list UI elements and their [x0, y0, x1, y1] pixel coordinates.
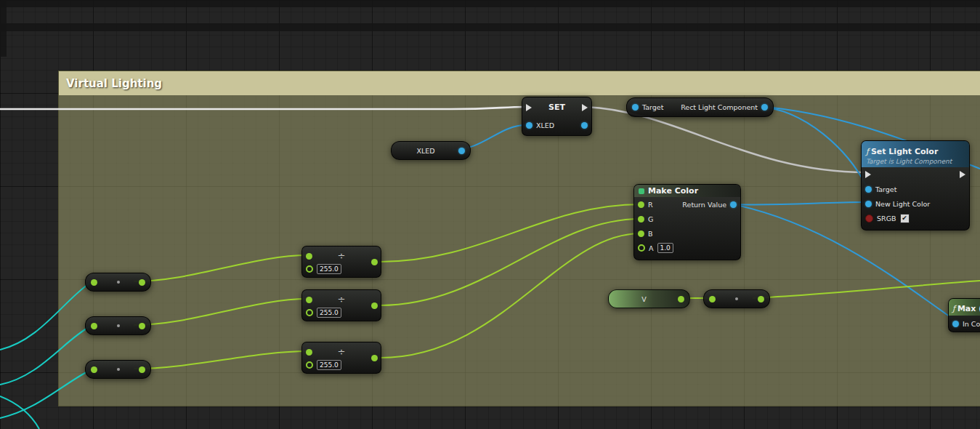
slc-srgb-pin[interactable]	[865, 214, 873, 222]
mc-r-pin[interactable]	[638, 201, 644, 208]
mc-b-label: B	[648, 230, 653, 238]
node-set-xled[interactable]: SET XLED	[522, 97, 592, 136]
reroute1-out-pin[interactable]	[139, 279, 145, 286]
function-icon: ƒ	[952, 304, 955, 313]
comment-virtual-lighting[interactable]: Virtual Lighting	[58, 71, 980, 406]
slc-newlightcolor-label: New Light Color	[875, 200, 930, 208]
reroute3-in-pin[interactable]	[91, 366, 97, 373]
slc-target-row: Target	[862, 182, 969, 196]
divide2-output-pin[interactable]	[371, 302, 378, 309]
divide3-a-pin[interactable]	[306, 349, 312, 356]
xled-getter-label: XLED	[397, 147, 455, 155]
max-title: Max (	[957, 304, 980, 313]
node-divide-1[interactable]: ÷ 255.0	[301, 246, 381, 278]
mc-a-value-field[interactable]: 1.0	[657, 243, 673, 253]
node-divide-3[interactable]: ÷ 255.0	[301, 342, 381, 374]
set-pin-row: XLED	[522, 117, 591, 134]
divide2-b-field[interactable]: 255.0	[317, 308, 341, 318]
slc-target-label: Target	[875, 185, 896, 193]
reroute4-out-pin[interactable]	[758, 296, 764, 302]
mc-b-pin[interactable]	[638, 230, 644, 237]
divide2-b-pin[interactable]	[306, 309, 313, 316]
set-title: SET	[535, 103, 578, 112]
slc-color-row: New Light Color	[862, 196, 969, 211]
node-reroute-2[interactable]	[85, 316, 151, 335]
slc-srgb-label: SRGB	[877, 214, 896, 222]
reroute-dot-icon	[117, 368, 120, 371]
slc-srgb-row: SRGB ✔	[862, 211, 969, 230]
divide3-b-field[interactable]: 255.0	[317, 360, 341, 370]
divide1-b-row: 255.0	[302, 262, 381, 276]
divide1-a-row: ÷	[302, 249, 381, 262]
srgb-checkbox[interactable]: ✔	[900, 214, 910, 223]
mc-a-row: A 1.0	[634, 241, 740, 260]
node-rect-light-component[interactable]: Target Rect Light Component	[626, 97, 774, 117]
makecolor-title: Make Color	[648, 186, 698, 196]
v-getter-output-pin[interactable]	[678, 296, 684, 302]
divide2-a-pin[interactable]	[306, 297, 312, 303]
divide3-a-row: ÷	[302, 345, 381, 358]
reroute3-out-pin[interactable]	[139, 366, 145, 373]
node-make-color[interactable]: Make Color R Return Value G B A 1.0	[633, 184, 741, 260]
reroute2-out-pin[interactable]	[139, 323, 145, 329]
reroute-dot-icon	[117, 281, 120, 284]
reroute4-in-pin[interactable]	[709, 296, 716, 302]
max-header[interactable]: ƒMax (	[949, 299, 980, 316]
node-set-light-color[interactable]: ƒSet Light Color Target is Light Compone…	[861, 140, 970, 230]
upper-dark-band	[0, 23, 980, 31]
divide3-output-pin[interactable]	[371, 355, 378, 361]
node-reroute-4[interactable]	[703, 289, 770, 308]
top-dark-band	[0, 0, 980, 7]
reroute2-in-pin[interactable]	[91, 323, 97, 329]
set-xled-input-pin[interactable]	[526, 122, 532, 129]
set-xled-output-pin[interactable]	[581, 122, 588, 129]
slc-target-pin[interactable]	[865, 186, 872, 193]
exec-in-icon[interactable]	[526, 104, 532, 111]
reroute-dot-icon	[735, 297, 738, 300]
left-dark-band	[0, 0, 7, 57]
rectlight-output-pin[interactable]	[761, 104, 768, 111]
node-v-getter[interactable]: V	[608, 289, 690, 308]
mc-b-row: B	[634, 226, 740, 241]
mc-g-pin[interactable]	[638, 216, 644, 222]
node-divide-2[interactable]: ÷ 255.0	[301, 289, 381, 321]
node-xled-getter[interactable]: XLED	[391, 141, 471, 160]
struct-icon	[639, 188, 644, 194]
wire-corner-stub[interactable]	[0, 396, 39, 429]
mc-r-label: R	[648, 201, 653, 209]
rectlight-target-input-pin[interactable]	[632, 104, 639, 111]
divide3-b-pin[interactable]	[306, 361, 313, 369]
mc-a-pin[interactable]	[638, 244, 645, 252]
xled-getter-output-pin[interactable]	[458, 148, 465, 154]
reroute-dot-icon	[117, 324, 120, 327]
set-xled-label: XLED	[536, 121, 554, 129]
makecolor-header[interactable]: Make Color	[634, 185, 740, 197]
divide1-b-field[interactable]: 255.0	[317, 264, 341, 274]
comment-header[interactable]: Virtual Lighting	[59, 71, 980, 95]
node-max[interactable]: ƒMax ( In Co	[948, 298, 980, 332]
mc-return-pin[interactable]	[730, 201, 737, 208]
divide1-a-pin[interactable]	[306, 253, 312, 260]
comment-title: Virtual Lighting	[66, 77, 162, 90]
max-pin-row: In Co	[949, 316, 980, 332]
set-title-row: SET	[522, 97, 591, 117]
setlightcolor-header[interactable]: ƒSet Light Color Target is Light Compone…	[862, 141, 969, 167]
slc-newlightcolor-pin[interactable]	[865, 201, 872, 207]
mc-g-row: G	[634, 212, 740, 226]
exec-out-icon[interactable]	[582, 104, 588, 111]
divide1-output-pin[interactable]	[371, 259, 378, 265]
v-getter-label: V	[614, 295, 674, 303]
max-incolor-pin[interactable]	[952, 321, 959, 327]
node-reroute-3[interactable]	[85, 360, 151, 379]
function-icon: ƒ	[866, 147, 869, 156]
divide-operator: ÷	[316, 348, 367, 356]
rectlight-output-label: Rect Light Component	[681, 103, 758, 111]
divide1-b-pin[interactable]	[306, 265, 313, 273]
exec-in-icon[interactable]	[865, 171, 871, 178]
blueprint-graph-canvas[interactable]: { "comment": { "title": "Virtual Lightin…	[0, 0, 980, 429]
node-reroute-1[interactable]	[85, 273, 151, 292]
reroute1-in-pin[interactable]	[91, 279, 97, 286]
mc-a-label: A	[649, 244, 654, 252]
exec-out-icon[interactable]	[960, 171, 965, 178]
divide-operator: ÷	[316, 252, 367, 260]
